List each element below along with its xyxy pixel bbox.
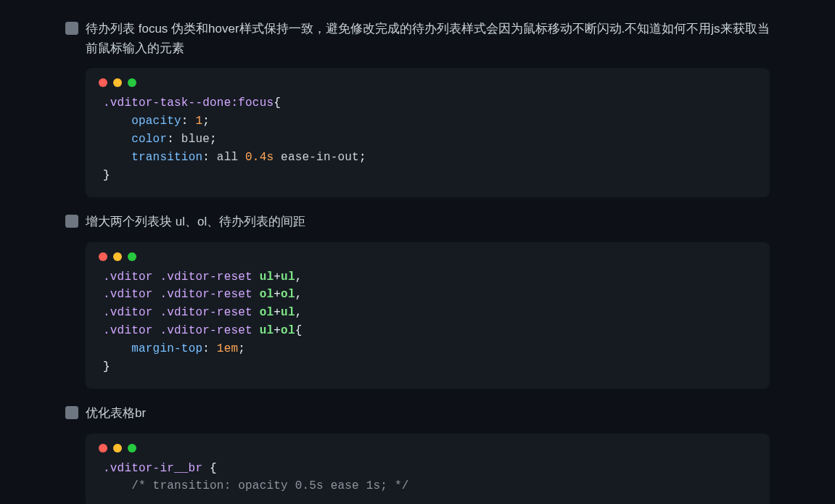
- task-item: 优化表格br: [65, 403, 770, 423]
- yellow-dot-icon: [113, 252, 122, 261]
- checkbox[interactable]: [65, 406, 78, 419]
- code-content[interactable]: .vditor .vditor-reset ul+ul, .vditor .vd…: [86, 265, 770, 389]
- traffic-lights: [86, 68, 770, 91]
- checkbox[interactable]: [65, 215, 78, 228]
- green-dot-icon: [128, 444, 136, 453]
- code-block: .vditor .vditor-reset ul+ul, .vditor .vd…: [86, 242, 770, 389]
- checkbox[interactable]: [65, 22, 78, 35]
- code-block: .vditor-task--done:focus{ opacity: 1; co…: [86, 68, 770, 197]
- task-text: 优化表格br: [86, 403, 146, 423]
- yellow-dot-icon: [113, 78, 122, 87]
- yellow-dot-icon: [113, 444, 122, 453]
- code-content[interactable]: .vditor-task--done:focus{ opacity: 1; co…: [86, 91, 770, 197]
- code-content[interactable]: .vditor-ir__br { /* transition: opacity …: [86, 457, 770, 504]
- content-container: 待办列表 focus 伪类和hover样式保持一致，避免修改完成的待办列表样式会…: [0, 0, 835, 504]
- red-dot-icon: [99, 444, 107, 453]
- task-item: 待办列表 focus 伪类和hover样式保持一致，避免修改完成的待办列表样式会…: [65, 19, 770, 58]
- red-dot-icon: [99, 252, 107, 261]
- green-dot-icon: [128, 78, 136, 87]
- traffic-lights: [86, 434, 770, 457]
- traffic-lights: [86, 242, 770, 265]
- green-dot-icon: [128, 252, 136, 261]
- red-dot-icon: [99, 78, 107, 87]
- task-text: 增大两个列表块 ul、ol、待办列表的间距: [86, 212, 305, 231]
- code-block: .vditor-ir__br { /* transition: opacity …: [86, 434, 770, 504]
- task-item: 增大两个列表块 ul、ol、待办列表的间距: [65, 212, 770, 231]
- task-text: 待办列表 focus 伪类和hover样式保持一致，避免修改完成的待办列表样式会…: [86, 19, 770, 58]
